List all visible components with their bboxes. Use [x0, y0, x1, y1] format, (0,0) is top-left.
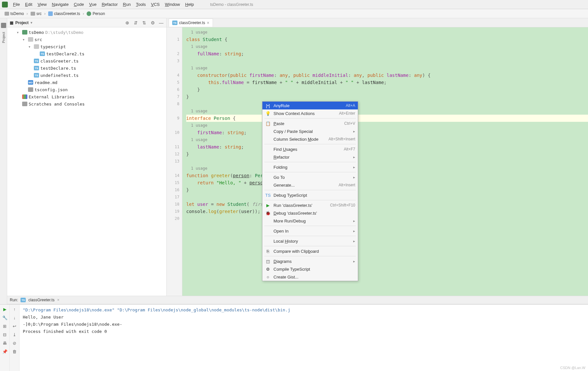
usage-hint[interactable]: 1 usage: [186, 136, 588, 143]
menu-item-paste[interactable]: 📋PasteCtrl+V: [262, 120, 358, 127]
usage-hint[interactable]: 1 usage: [186, 43, 588, 50]
menu-navigate[interactable]: Navigate: [49, 1, 71, 8]
tree-node-testdeclare2ts[interactable]: TStestDeclare2.ts: [7, 50, 166, 57]
tree-node-src[interactable]: ▾src: [7, 36, 166, 43]
wrench-icon[interactable]: 🔧: [2, 315, 7, 320]
menu-item-openin[interactable]: Open In▸: [262, 227, 358, 235]
run-tab-label[interactable]: classGreeter.ts: [28, 298, 54, 302]
code-line[interactable]: lastName: string;: [186, 143, 588, 150]
scroll-icon[interactable]: ⤓: [12, 332, 17, 337]
menu-item-creategist[interactable]: ○Create Gist...: [262, 273, 358, 281]
code-line[interactable]: [186, 57, 588, 64]
up-icon[interactable]: ↑: [12, 307, 17, 312]
close-icon[interactable]: ×: [207, 20, 209, 25]
clear-icon[interactable]: ⊘: [12, 340, 17, 346]
code-line[interactable]: }: [186, 93, 588, 100]
code-line[interactable]: }: [186, 86, 588, 93]
menu-item-anyrule[interactable]: [•]AnyRuleAlt+A: [262, 102, 358, 109]
tree-node-scratchesandconsoles[interactable]: Scratches and Consoles: [7, 100, 166, 107]
menu-vcs[interactable]: VCS: [148, 1, 162, 8]
usage-hint[interactable]: 1 usage: [186, 29, 588, 36]
expand-toggle-icon[interactable]: ▾: [29, 45, 33, 49]
target-icon[interactable]: ⊕: [125, 20, 130, 25]
menu-item-columnselectionmode[interactable]: Column Selection ModeAlt+Shift+Insert: [262, 135, 358, 143]
menu-item-showcontextactions[interactable]: 💡Show Context ActionsAlt+Enter: [262, 109, 358, 117]
tree-node-externallibraries[interactable]: External Libraries: [7, 93, 166, 100]
tree-node-typescript[interactable]: ▾typescript: [7, 43, 166, 50]
code-line[interactable]: [186, 215, 588, 222]
code-line[interactable]: console.log(greeter(user));: [186, 208, 588, 215]
menu-item-debugtypescript[interactable]: TSDebug TypeScript: [262, 191, 358, 199]
menu-vue[interactable]: Vue: [87, 1, 99, 8]
collapse-icon[interactable]: ⇅: [142, 20, 147, 25]
tree-node-testdeclarets[interactable]: TStestDeclare.ts: [7, 64, 166, 72]
expand-toggle-icon[interactable]: ▾: [17, 31, 21, 34]
wrap-icon[interactable]: ↩: [12, 323, 17, 329]
menu-item-runclassgreeterts[interactable]: ▶Run 'classGreeter.ts'Ctrl+Shift+F10: [262, 201, 358, 209]
menu-item-findusages[interactable]: Find UsagesAlt+F7: [262, 145, 358, 153]
pin-icon[interactable]: 📌: [2, 349, 7, 354]
breadcrumb-tsdemo[interactable]: tsDemo: [3, 11, 26, 17]
code-line[interactable]: interface Person {: [186, 115, 588, 122]
code-line[interactable]: [186, 193, 588, 201]
code-line[interactable]: constructor(public firstName: any, publi…: [186, 72, 588, 79]
usage-hint[interactable]: 1 usage: [186, 122, 588, 129]
menu-item-debugclassgreeterts[interactable]: 🐞Debug 'classGreeter.ts': [262, 209, 358, 217]
menu-window[interactable]: Window: [162, 1, 183, 8]
menu-tools[interactable]: Tools: [133, 1, 148, 8]
code-line[interactable]: }: [186, 186, 588, 193]
breadcrumb-person[interactable]: Person: [85, 11, 107, 17]
usage-hint[interactable]: 1 usage: [186, 165, 588, 172]
menu-item-generate[interactable]: Generate...Alt+Insert: [262, 181, 358, 189]
rerun-icon[interactable]: ▶: [2, 307, 7, 312]
menu-view[interactable]: View: [35, 1, 49, 8]
tree-node-readmemd[interactable]: MDreadme.md: [7, 79, 166, 86]
menu-item-goto[interactable]: Go To▸: [262, 173, 358, 181]
breadcrumb-classgreeterts[interactable]: classGreeter.ts: [46, 11, 82, 17]
gear-icon[interactable]: ⚙: [150, 20, 155, 25]
menu-item-diagrams[interactable]: ◫Diagrams▸: [262, 257, 358, 265]
down-icon[interactable]: ↓: [12, 315, 17, 320]
project-rail-label[interactable]: Project: [2, 29, 6, 46]
menu-item-refactor[interactable]: Refactor▸: [262, 153, 358, 161]
menu-refactor[interactable]: Refactor: [99, 1, 120, 8]
menu-item-copypastespecial[interactable]: Copy / Paste Special▸: [262, 127, 358, 135]
code-line[interactable]: fullName: string;: [186, 50, 588, 57]
expand-toggle-icon[interactable]: ▾: [23, 38, 27, 41]
expand-icon[interactable]: ⇵: [133, 20, 138, 25]
usage-hint[interactable]: 1 usage: [186, 64, 588, 72]
code-line[interactable]: return "Hello, " + person.firstNa: [186, 179, 588, 186]
tree-node-classgreeterts[interactable]: TSclassGreeter.ts: [7, 57, 166, 64]
editor-context-menu[interactable]: [•]AnyRuleAlt+A💡Show Context ActionsAlt+…: [262, 101, 358, 281]
print-icon[interactable]: 🖶: [2, 340, 7, 346]
code-line[interactable]: this.fullName = firstName + " " + middle…: [186, 79, 588, 86]
close-icon[interactable]: ×: [57, 298, 59, 302]
code-line[interactable]: firstName: string;: [186, 129, 588, 136]
menu-code[interactable]: Code: [71, 1, 87, 8]
tab-classgreeter[interactable]: TS classGreeter.ts ×: [169, 19, 213, 27]
layout2-icon[interactable]: ⊟: [2, 332, 7, 337]
menu-item-folding[interactable]: Folding▸: [262, 163, 358, 171]
tree-node-tsdemo[interactable]: ▾tsDemo D:\study\tsDemo: [7, 29, 166, 36]
project-dropdown-icon[interactable]: ▦: [10, 21, 13, 25]
menu-edit[interactable]: Edit: [22, 1, 35, 8]
chevron-down-icon[interactable]: ▾: [31, 21, 32, 24]
breadcrumb-src[interactable]: src: [29, 11, 44, 17]
menu-run[interactable]: Run: [120, 1, 133, 8]
menu-item-localhistory[interactable]: Local History▸: [262, 237, 358, 245]
layout-icon[interactable]: ⊞: [2, 323, 7, 329]
tree-node-undefinetestts[interactable]: TSundefineTest.ts: [7, 72, 166, 79]
menu-item-comparewithclipboard[interactable]: ⎘Compare with Clipboard: [262, 247, 358, 255]
code-line[interactable]: function greeter(person: Person) {: [186, 172, 588, 179]
usage-hint[interactable]: 1 usage: [186, 107, 588, 115]
menu-item-morerundebug[interactable]: More Run/Debug▸: [262, 217, 358, 225]
code-line[interactable]: let user = new Student( firstName: "J: [186, 201, 588, 208]
run-output[interactable]: "D:\Program Files\nodejs18\node.exe" "D:…: [20, 305, 588, 371]
code-line[interactable]: [186, 158, 588, 165]
minimize-icon[interactable]: —: [159, 20, 164, 25]
code-line[interactable]: }: [186, 150, 588, 158]
menu-item-compiletypescript[interactable]: ⚙Compile TypeScript: [262, 265, 358, 273]
code-line[interactable]: class Student {: [186, 36, 588, 43]
code-line[interactable]: [186, 100, 588, 107]
menu-help[interactable]: Help: [183, 1, 197, 8]
